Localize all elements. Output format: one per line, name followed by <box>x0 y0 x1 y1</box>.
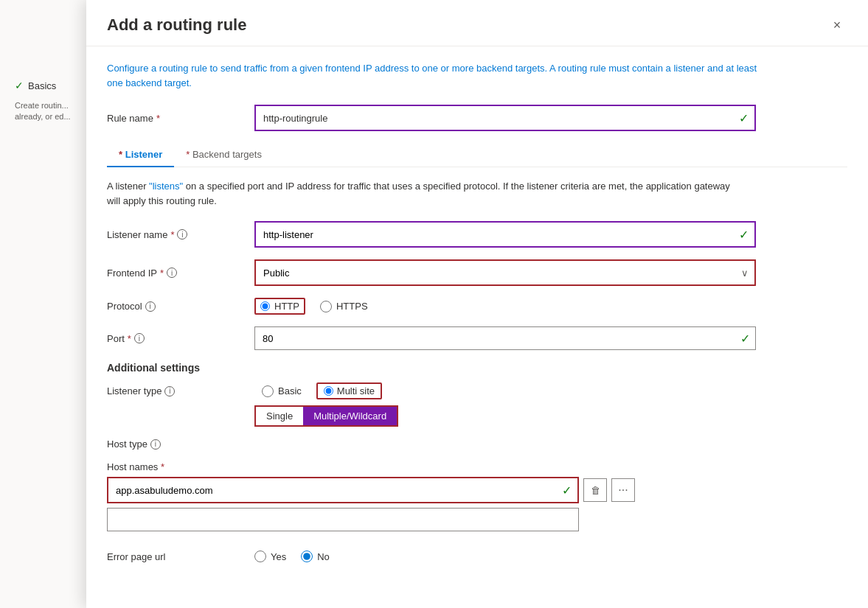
host-type-toggle-group: Single Multiple/Wildcard <box>254 405 398 427</box>
protocol-https-radio[interactable] <box>320 301 332 312</box>
protocol-label: Protocol i <box>107 301 254 312</box>
rule-name-input-wrap: ✓ <box>254 105 756 131</box>
listener-name-row: Listener name * i ✓ <box>107 221 847 248</box>
listener-type-label: Listener type i <box>107 385 254 396</box>
listener-type-radio-group: Basic Multi site <box>262 382 382 399</box>
panel-body: Configure a routing rule to send traffic… <box>86 46 868 608</box>
port-info-icon[interactable]: i <box>134 333 145 343</box>
frontend-ip-row: Frontend IP * i Public Private ∨ <box>107 259 847 286</box>
sidebar: ✓ Basics Create routin... already, or ed… <box>0 0 88 608</box>
listener-type-inner-row: Listener type i Basic Multi site <box>107 382 382 399</box>
host-type-toggle-wrap: Single Multiple/Wildcard <box>254 405 398 427</box>
listener-type-multisite-radio[interactable] <box>324 386 333 396</box>
port-check-icon: ✓ <box>740 332 750 346</box>
error-page-yes-radio[interactable] <box>254 551 266 562</box>
protocol-http-option[interactable]: HTTP <box>254 298 305 315</box>
close-button[interactable]: × <box>827 15 847 35</box>
listener-name-label: Listener name * i <box>107 229 254 240</box>
rule-name-check-icon: ✓ <box>739 111 749 125</box>
listener-name-info-icon[interactable]: i <box>177 229 187 240</box>
protocol-row: Protocol i HTTP HTTPS <box>107 298 847 315</box>
error-page-url-row: Error page url Yes No <box>107 551 847 562</box>
rule-name-required: * <box>156 113 160 124</box>
rule-tabs: * Listener * Backend targets <box>107 143 847 167</box>
basics-check-icon: ✓ <box>15 80 24 91</box>
frontend-ip-dropdown-wrap: Public Private ∨ <box>254 259 756 286</box>
panel-title: Add a routing rule <box>107 15 246 35</box>
rule-name-input[interactable] <box>256 106 754 130</box>
error-page-no-radio[interactable] <box>301 551 313 562</box>
listener-type-row: Listener type i Basic Multi site <box>107 382 847 427</box>
protocol-radio-group: HTTP HTTPS <box>254 298 368 315</box>
hostname-row-2 <box>107 508 847 531</box>
host-type-label: Host type i <box>107 438 254 450</box>
hostname-1-more-btn[interactable]: ··· <box>611 478 635 502</box>
rule-name-label: Rule name * <box>107 113 254 124</box>
listener-name-input-wrap: ✓ <box>254 221 756 248</box>
frontend-ip-info-icon[interactable]: i <box>167 268 177 278</box>
protocol-https-label: HTTPS <box>336 301 368 312</box>
listener-type-info-icon[interactable]: i <box>164 386 175 396</box>
additional-settings-heading: Additional settings <box>107 362 847 374</box>
listener-type-basic-label: Basic <box>278 385 302 396</box>
panel-description: Configure a routing rule to send traffic… <box>107 61 771 90</box>
hostname-row-1: ✓ 🗑 ··· <box>107 477 847 503</box>
sidebar-item-label: Basics <box>28 80 56 91</box>
rule-name-row: Rule name * ✓ <box>107 105 847 131</box>
delete-icon: 🗑 <box>591 485 600 496</box>
error-page-url-label: Error page url <box>107 551 254 562</box>
sidebar-item-basics[interactable]: ✓ Basics <box>0 74 88 97</box>
hostname-2-input[interactable] <box>107 508 579 531</box>
spacer <box>107 536 847 551</box>
error-page-yes-label: Yes <box>271 551 286 562</box>
frontend-ip-select[interactable]: Public Private <box>256 261 754 284</box>
error-page-no-option[interactable]: No <box>301 551 330 562</box>
host-type-single-btn[interactable]: Single <box>256 407 303 425</box>
listener-type-multisite-label: Multi site <box>337 385 375 396</box>
listener-name-input[interactable] <box>256 223 754 246</box>
error-page-no-label: No <box>317 551 330 562</box>
protocol-info-icon[interactable]: i <box>145 301 156 312</box>
listener-type-basic-option[interactable]: Basic <box>262 385 302 397</box>
host-type-multiple-btn[interactable]: Multiple/Wildcard <box>303 407 397 425</box>
sidebar-desc: Create routin... already, or ed... <box>0 97 88 129</box>
listener-type-basic-radio[interactable] <box>262 385 274 397</box>
hostname-1-input-wrap: ✓ <box>107 477 579 503</box>
host-type-info-icon[interactable]: i <box>150 439 161 450</box>
routing-rule-panel: Add a routing rule × Configure a routing… <box>86 0 868 608</box>
hostname-2-input-wrap <box>107 508 579 531</box>
listener-info: A listener "listens" on a specified port… <box>107 179 741 208</box>
protocol-https-option[interactable]: HTTPS <box>320 301 368 312</box>
hostname-1-delete-btn[interactable]: 🗑 <box>583 478 607 502</box>
error-page-yes-option[interactable]: Yes <box>254 551 286 562</box>
panel-header: Add a routing rule × <box>86 0 868 46</box>
hostname-1-check-icon: ✓ <box>562 483 572 497</box>
host-names-label: Host names <box>107 461 158 472</box>
listener-type-multisite-option[interactable]: Multi site <box>316 382 382 399</box>
host-names-label-row: Host names * <box>107 461 847 472</box>
port-row: Port * i ✓ <box>107 326 847 350</box>
port-input[interactable] <box>254 326 756 350</box>
error-page-url-radio-group: Yes No <box>254 551 330 562</box>
listener-name-check-icon: ✓ <box>739 228 749 242</box>
protocol-http-label: HTTP <box>274 301 299 312</box>
protocol-http-radio[interactable] <box>260 301 270 311</box>
tab-backend-targets[interactable]: * Backend targets <box>174 143 274 167</box>
hostname-1-input[interactable] <box>108 478 577 502</box>
tab-listener[interactable]: * Listener <box>107 143 174 167</box>
frontend-ip-label: Frontend IP * i <box>107 268 254 279</box>
more-icon: ··· <box>618 483 628 497</box>
port-label: Port * i <box>107 333 254 344</box>
host-type-label-row: Host type i <box>107 438 847 450</box>
port-input-wrap: ✓ <box>254 326 756 350</box>
